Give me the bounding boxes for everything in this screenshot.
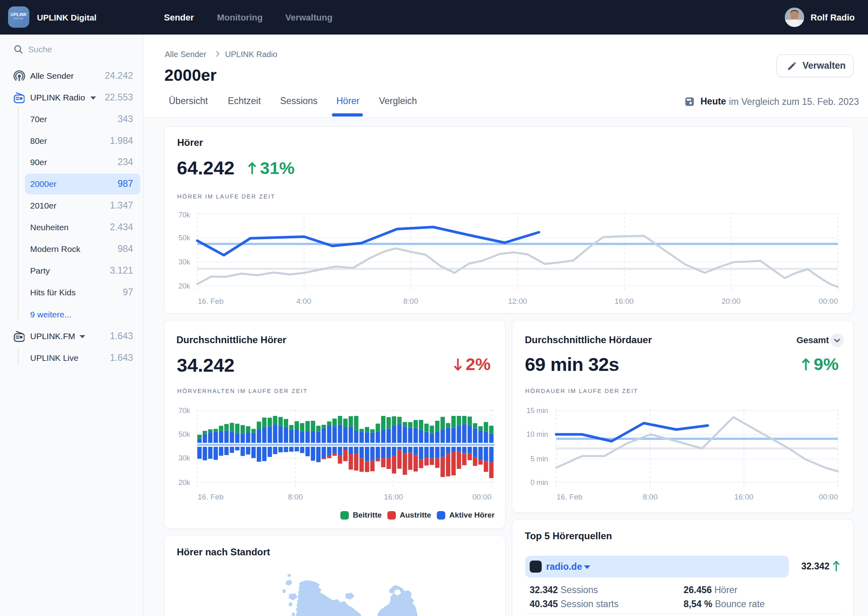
svg-text:16. Feb: 16. Feb [557, 493, 582, 501]
svg-text:8:00: 8:00 [403, 297, 418, 305]
svg-text:16:00: 16:00 [734, 493, 753, 501]
svg-text:8:00: 8:00 [288, 493, 303, 501]
svg-text:16. Feb: 16. Feb [198, 493, 223, 501]
svg-text:30k: 30k [178, 454, 190, 462]
svg-text:0 min: 0 min [530, 479, 548, 487]
svg-text:20k: 20k [178, 282, 190, 290]
svg-text:4:00: 4:00 [297, 297, 311, 305]
svg-text:20k: 20k [178, 479, 190, 487]
svg-text:15 min: 15 min [526, 407, 548, 415]
svg-text:16:00: 16:00 [384, 493, 403, 501]
svg-text:8:00: 8:00 [643, 493, 658, 501]
svg-text:16:00: 16:00 [614, 297, 634, 305]
svg-text:00:00: 00:00 [819, 493, 838, 501]
svg-text:30k: 30k [178, 258, 190, 266]
svg-text:20:00: 20:00 [721, 297, 741, 305]
svg-text:16. Feb: 16. Feb [198, 297, 223, 305]
svg-text:10 min: 10 min [526, 430, 548, 438]
svg-text:5 min: 5 min [530, 455, 548, 463]
svg-text:50k: 50k [178, 430, 190, 438]
svg-text:70k: 70k [178, 211, 190, 219]
svg-text:00:00: 00:00 [472, 493, 491, 501]
svg-text:00:00: 00:00 [819, 297, 838, 305]
svg-text:12:00: 12:00 [508, 297, 527, 305]
svg-text:50k: 50k [178, 234, 190, 242]
svg-text:70k: 70k [178, 407, 190, 415]
